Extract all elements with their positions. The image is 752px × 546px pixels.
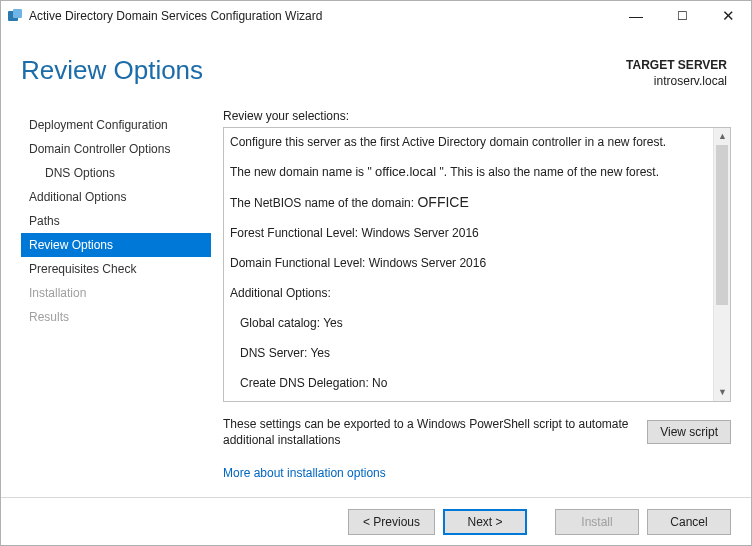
sidebar-item-results: Results <box>21 305 211 329</box>
page-title: Review Options <box>21 55 626 89</box>
export-description: These settings can be exported to a Wind… <box>223 416 647 448</box>
review-line: Forest Functional Level: Windows Server … <box>230 225 710 241</box>
close-button[interactable]: ✕ <box>705 1 751 31</box>
target-server-block: TARGET SERVER introserv.local <box>626 55 727 89</box>
main-panel: Review your selections: Configure this s… <box>211 109 731 497</box>
review-line: The new domain name is " <box>230 165 375 179</box>
review-netbios-name: OFFICE <box>417 194 468 210</box>
header: Review Options TARGET SERVER introserv.l… <box>1 31 751 97</box>
minimize-button[interactable]: — <box>613 1 659 31</box>
review-line: Global catalog: Yes <box>230 315 710 331</box>
install-button: Install <box>555 509 639 535</box>
title-bar: Active Directory Domain Services Configu… <box>1 1 751 31</box>
window-title: Active Directory Domain Services Configu… <box>29 9 322 23</box>
review-line: ". This is also the name of the new fore… <box>436 165 659 179</box>
sidebar-item-installation: Installation <box>21 281 211 305</box>
sidebar-item-prerequisites-check[interactable]: Prerequisites Check <box>21 257 211 281</box>
app-icon <box>7 8 23 24</box>
sidebar: Deployment Configuration Domain Controll… <box>21 109 211 497</box>
review-line: Configure this server as the first Activ… <box>230 135 666 149</box>
sidebar-item-additional-options[interactable]: Additional Options <box>21 185 211 209</box>
sidebar-item-dns-options[interactable]: DNS Options <box>21 161 211 185</box>
review-textarea[interactable]: Configure this server as the first Activ… <box>223 127 731 402</box>
scrollbar-thumb[interactable] <box>716 145 728 305</box>
target-server-label: TARGET SERVER <box>626 57 727 73</box>
sidebar-item-deployment-configuration[interactable]: Deployment Configuration <box>21 113 211 137</box>
sidebar-item-paths[interactable]: Paths <box>21 209 211 233</box>
more-about-installation-link[interactable]: More about installation options <box>223 466 731 480</box>
review-line: Additional Options: <box>230 285 710 301</box>
review-selections-label: Review your selections: <box>223 109 731 123</box>
export-row: These settings can be exported to a Wind… <box>223 416 731 448</box>
scrollbar[interactable]: ▲ ▼ <box>713 128 730 401</box>
cancel-button[interactable]: Cancel <box>647 509 731 535</box>
scroll-down-icon[interactable]: ▼ <box>714 384 731 401</box>
review-line: DNS Server: Yes <box>230 345 710 361</box>
footer: < Previous Next > Install Cancel <box>1 497 751 545</box>
scroll-up-icon[interactable]: ▲ <box>714 128 731 145</box>
review-text-content: Configure this server as the first Activ… <box>224 128 712 401</box>
sidebar-item-review-options[interactable]: Review Options <box>21 233 211 257</box>
review-line: Domain Functional Level: Windows Server … <box>230 255 710 271</box>
body: Deployment Configuration Domain Controll… <box>1 97 751 497</box>
previous-button[interactable]: < Previous <box>348 509 435 535</box>
svg-rect-1 <box>13 9 22 18</box>
sidebar-item-domain-controller-options[interactable]: Domain Controller Options <box>21 137 211 161</box>
review-domain-name: office.local <box>375 164 436 179</box>
next-button[interactable]: Next > <box>443 509 527 535</box>
review-line: The NetBIOS name of the domain: <box>230 196 417 210</box>
review-line: Create DNS Delegation: No <box>230 375 710 391</box>
view-script-button[interactable]: View script <box>647 420 731 444</box>
maximize-button[interactable]: ☐ <box>659 1 705 31</box>
target-server-value: introserv.local <box>626 73 727 89</box>
